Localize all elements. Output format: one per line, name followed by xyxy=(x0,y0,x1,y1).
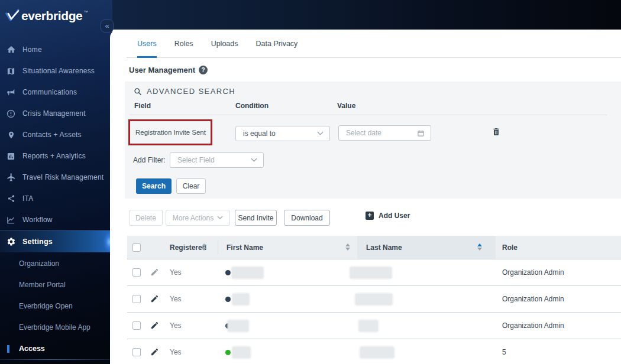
search-button[interactable]: Search xyxy=(136,178,172,194)
chevron-down-icon xyxy=(217,216,223,220)
advanced-search-title: ADVANCED SEARCH xyxy=(147,87,235,96)
sidebar-item-contacts-assets[interactable]: Contacts + Assets xyxy=(0,124,112,145)
sidebar-item-ita[interactable]: ITA xyxy=(0,188,112,209)
sort-registered[interactable] xyxy=(202,243,206,251)
help-icon[interactable]: ? xyxy=(199,66,208,74)
add-filter-placeholder: Select Field xyxy=(177,156,251,164)
everbridge-logo[interactable]: everbridge ™ xyxy=(5,8,88,24)
delete-filter-button[interactable] xyxy=(491,126,502,138)
row-checkbox[interactable] xyxy=(132,295,141,303)
delete-button[interactable]: Delete xyxy=(129,210,163,226)
column-divider xyxy=(218,240,218,255)
table-header-row: Registered First Name Last Name Role xyxy=(127,236,621,259)
tab-roles[interactable]: Roles xyxy=(174,30,193,58)
condition-select[interactable]: is equal to xyxy=(235,126,330,141)
tab-uploads[interactable]: Uploads xyxy=(211,30,238,58)
tab-data-privacy[interactable]: Data Privacy xyxy=(256,30,298,58)
registered-value: Yes xyxy=(170,259,182,286)
sidebar-subitem-organization[interactable]: Organization xyxy=(0,253,112,274)
calendar-icon xyxy=(417,129,425,137)
edit-pencil-icon[interactable] xyxy=(150,347,160,357)
sidebar-collapse-button[interactable]: « xyxy=(101,20,114,32)
add-filter-label: Add Filter: xyxy=(133,152,166,168)
row-checkbox[interactable] xyxy=(132,321,141,330)
sidebar: everbridge ™ Home Situational Awareness … xyxy=(0,0,112,364)
everbridge-check-icon xyxy=(5,8,20,24)
sidebar-item-label: Situational Awareness xyxy=(22,67,95,75)
status-dot xyxy=(225,270,231,275)
home-icon xyxy=(6,45,16,55)
sort-first-name[interactable] xyxy=(345,243,350,251)
registered-value: Yes xyxy=(170,286,182,313)
sidebar-subitem-everbridge-mobile-app[interactable]: Everbridge Mobile App xyxy=(0,317,112,338)
edit-pencil-icon[interactable] xyxy=(150,268,160,277)
ita-network-icon xyxy=(6,194,16,204)
edit-pencil-icon[interactable] xyxy=(150,321,160,330)
subitem-label: Access xyxy=(19,344,45,353)
add-filter-select[interactable]: Select Field xyxy=(170,152,264,168)
sidebar-item-label: Workflow xyxy=(22,216,53,224)
select-all-checkbox[interactable] xyxy=(132,243,141,252)
more-actions-button[interactable]: More Actions xyxy=(166,210,230,226)
column-header-field: Field xyxy=(134,102,151,110)
header-registered: Registered xyxy=(170,243,206,252)
page-title: User Management xyxy=(129,66,195,74)
collapse-chevrons-icon: « xyxy=(105,21,109,30)
role-value: Organization Admin xyxy=(502,259,564,286)
sort-last-name-ascending[interactable] xyxy=(477,243,482,251)
redacted-last-name xyxy=(351,268,391,278)
tab-users[interactable]: Users xyxy=(137,30,157,58)
plane-icon xyxy=(6,173,16,183)
map-pin-icon xyxy=(6,130,16,140)
row-checkbox[interactable] xyxy=(132,348,141,356)
row-checkbox[interactable] xyxy=(132,268,141,277)
megaphone-icon xyxy=(6,87,16,98)
sidebar-item-home[interactable]: Home xyxy=(0,39,112,60)
search-icon xyxy=(134,87,142,96)
registered-value: Yes xyxy=(170,313,182,339)
tab-label: Users xyxy=(137,40,157,48)
sidebar-subitem-everbridge-open[interactable]: Everbridge Open xyxy=(0,295,112,317)
edit-pencil-icon[interactable] xyxy=(150,294,160,304)
tab-bar: Users Roles Uploads Data Privacy xyxy=(110,30,621,58)
sidebar-item-label: Home xyxy=(22,46,42,54)
chevron-down-icon xyxy=(317,131,324,136)
filter-field-value: Registration Invite Sent xyxy=(135,129,206,136)
sidebar-item-label: Contacts + Assets xyxy=(22,131,82,139)
add-user-button[interactable]: + Add User xyxy=(366,212,410,220)
sidebar-item-travel-risk[interactable]: Travel Risk Management xyxy=(0,167,112,188)
column-header-value: Value xyxy=(337,102,355,110)
button-label: Delete xyxy=(135,214,156,222)
sidebar-item-settings[interactable]: Settings xyxy=(0,230,112,252)
date-value-input[interactable]: Select date xyxy=(338,125,431,141)
caret-up-active-icon xyxy=(477,243,482,246)
clear-button[interactable]: Clear xyxy=(176,178,206,194)
sidebar-item-label: ITA xyxy=(22,194,33,203)
header-role: Role xyxy=(502,243,518,252)
sidebar-subitem-member-portal[interactable]: Member Portal xyxy=(0,274,112,295)
advanced-search-header: ADVANCED SEARCH xyxy=(134,87,235,96)
sidebar-item-communications[interactable]: Communications xyxy=(0,82,112,103)
button-label: Download xyxy=(291,214,322,222)
download-button[interactable]: Download xyxy=(284,210,330,226)
sidebar-subitem-access[interactable]: Access xyxy=(0,338,112,359)
role-value: 5 xyxy=(502,339,506,364)
caret-down-icon xyxy=(477,248,482,251)
redacted-last-name xyxy=(356,294,392,304)
filter-field-highlighted: Registration Invite Sent xyxy=(128,119,212,145)
sidebar-item-situational-awareness[interactable]: Situational Awareness xyxy=(0,60,112,82)
column-header-condition: Condition xyxy=(235,102,269,110)
condition-select-value: is equal to xyxy=(243,129,317,138)
sidebar-item-workflow[interactable]: Workflow xyxy=(0,209,112,230)
redacted-first-name xyxy=(233,347,250,358)
sidebar-item-reports-analytics[interactable]: Reports + Analytics xyxy=(0,145,112,167)
advanced-search-panel: ADVANCED SEARCH Field Condition Value Re… xyxy=(125,82,621,199)
sidebar-item-label: Communications xyxy=(22,88,77,96)
bar-chart-icon xyxy=(6,151,16,161)
sidebar-item-crisis-management[interactable]: Crisis Management xyxy=(0,103,112,124)
sidebar-item-label: Crisis Management xyxy=(22,109,86,118)
logo-trademark: ™ xyxy=(83,10,88,14)
role-value: Organization Admin xyxy=(502,313,564,339)
send-invite-button[interactable]: Send Invite xyxy=(235,210,277,226)
map-icon xyxy=(6,66,16,76)
